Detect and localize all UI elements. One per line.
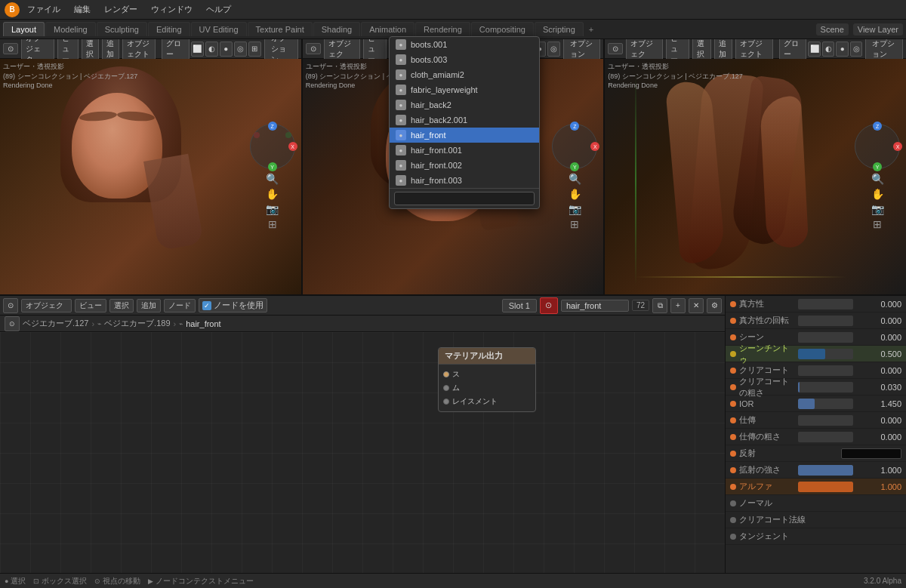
vp3-icon3[interactable]: ● bbox=[836, 42, 848, 57]
use-node-checkbox[interactable]: ✓ bbox=[202, 301, 211, 310]
vp1-grid-icon[interactable]: ⊞ bbox=[268, 219, 277, 229]
output-socket-3[interactable] bbox=[443, 399, 449, 405]
node-mode-btn[interactable]: オブジェク bbox=[21, 299, 72, 312]
prop-bar-8[interactable] bbox=[798, 415, 854, 426]
tab-scripting[interactable]: Scripting bbox=[535, 22, 584, 36]
prop-bar-3[interactable] bbox=[798, 332, 854, 343]
dropdown-item-5[interactable]: ● hair_back2 bbox=[390, 97, 539, 112]
vp3-grid-icon[interactable]: ⊞ bbox=[873, 219, 882, 229]
vp3-icon4[interactable]: ◎ bbox=[850, 42, 862, 57]
prop-bar-6[interactable] bbox=[798, 382, 854, 393]
vp1-mode-icon[interactable]: ⊙ bbox=[3, 43, 18, 54]
vp1-obj-btn[interactable]: オブジェクト bbox=[122, 39, 156, 61]
material-remove-btn[interactable]: ✕ bbox=[689, 298, 704, 313]
material-icon-btn[interactable]: ⊙ bbox=[540, 297, 558, 314]
tab-shading[interactable]: Shading bbox=[313, 22, 360, 36]
vp2-hand-icon[interactable]: ✋ bbox=[569, 189, 581, 199]
vp1-nav-x[interactable]: X bbox=[288, 142, 297, 151]
prop-bar-5[interactable] bbox=[798, 365, 854, 376]
vp3-select-btn[interactable]: 選択 bbox=[692, 39, 711, 61]
tab-layout[interactable]: Layout bbox=[3, 22, 45, 36]
dropdown-item-9[interactable]: ● hair_front.002 bbox=[390, 158, 539, 173]
node-add-btn[interactable]: 追加 bbox=[137, 299, 161, 312]
vp3-icon2[interactable]: ◐ bbox=[822, 42, 834, 57]
dropdown-item-4[interactable]: ● fabric_layerweight bbox=[390, 82, 539, 97]
add-workspace-button[interactable]: + bbox=[584, 23, 598, 35]
vp1-cam-icon[interactable]: 📷 bbox=[266, 204, 279, 214]
dropdown-item-10[interactable]: ● hair_front.003 bbox=[390, 173, 539, 188]
vp2-mode-icon[interactable]: ⊙ bbox=[306, 43, 321, 54]
vp1-icon2[interactable]: ◐ bbox=[205, 42, 218, 57]
vp3-hand-icon[interactable]: ✋ bbox=[871, 189, 884, 199]
scene-selector[interactable]: Scene bbox=[816, 23, 849, 35]
vp3-nav-circle[interactable]: X Y Z bbox=[855, 124, 900, 169]
use-node-checkbox-group[interactable]: ✓ ノードを使用 bbox=[199, 298, 267, 312]
vp3-options-btn[interactable]: オプション bbox=[865, 39, 903, 61]
vp1-hand-icon[interactable]: ✋ bbox=[266, 189, 279, 199]
vp1-nav-y[interactable]: Y bbox=[268, 162, 277, 171]
breadcrumb-home[interactable]: ⊙ bbox=[5, 316, 20, 331]
vp3-mode-icon[interactable]: ⊙ bbox=[608, 43, 623, 54]
menu-render[interactable]: レンダー bbox=[98, 2, 143, 17]
breadcrumb-item-2[interactable]: ベジエカーブ.189 bbox=[104, 318, 170, 329]
vp3-zoom-icon[interactable]: 🔍 bbox=[871, 174, 884, 184]
node-view-btn[interactable]: ビュー bbox=[75, 299, 106, 312]
vp1-icon1[interactable]: ⬜ bbox=[191, 42, 204, 57]
tab-compositing[interactable]: Compositing bbox=[471, 22, 534, 36]
tab-animation[interactable]: Animation bbox=[361, 22, 414, 36]
vp1-nav-circle[interactable]: X Y Z bbox=[250, 124, 295, 169]
dropdown-item-1[interactable]: ● boots.001 bbox=[390, 37, 539, 52]
node-editor-mode-icon[interactable]: ⊙ bbox=[3, 298, 18, 313]
vp2-nav-y[interactable]: Y bbox=[570, 162, 579, 171]
tab-modeling[interactable]: Modeling bbox=[45, 22, 96, 36]
menu-edit[interactable]: 編集 bbox=[68, 2, 97, 17]
slot-btn[interactable]: Slot 1 bbox=[502, 299, 537, 312]
vp2-grid-icon[interactable]: ⊞ bbox=[570, 219, 579, 229]
prop-color-swatch[interactable] bbox=[841, 448, 901, 459]
tab-sculpting[interactable]: Sculpting bbox=[97, 22, 147, 36]
dropdown-item-7[interactable]: ● hair_front bbox=[390, 128, 539, 143]
vp1-add-btn[interactable]: 追加 bbox=[102, 39, 119, 61]
material-new-btn[interactable]: + bbox=[670, 298, 686, 313]
vp3-nav-x[interactable]: X bbox=[893, 142, 902, 151]
vp2-mode-btn[interactable]: オブジェク bbox=[324, 39, 361, 61]
prop-bar-7[interactable] bbox=[798, 399, 854, 409]
vp1-glow-btn[interactable]: グロー bbox=[162, 39, 190, 61]
vp3-mode-btn[interactable]: オブジェク bbox=[626, 39, 663, 61]
output-socket-2[interactable] bbox=[443, 385, 449, 391]
view-layer-selector[interactable]: View Layer bbox=[853, 23, 903, 35]
vp1-nav-z[interactable]: Z bbox=[268, 122, 277, 131]
menu-help[interactable]: ヘルプ bbox=[200, 2, 237, 17]
vp3-nav-y[interactable]: Y bbox=[873, 162, 882, 171]
vp3-cam-icon[interactable]: 📷 bbox=[871, 204, 884, 214]
tab-texture-paint[interactable]: Texture Paint bbox=[248, 22, 313, 36]
node-node-btn[interactable]: ノード bbox=[164, 299, 196, 312]
vp2-nav-x[interactable]: X bbox=[590, 142, 599, 151]
material-extra-btn[interactable]: ⚙ bbox=[707, 298, 722, 313]
dropdown-item-6[interactable]: ● hair_back2.001 bbox=[390, 112, 539, 128]
vp3-obj-btn[interactable]: オブジェクト bbox=[735, 39, 773, 61]
dropdown-item-2[interactable]: ● boots.003 bbox=[390, 52, 539, 67]
vp1-zoom-icon[interactable]: 🔍 bbox=[266, 174, 279, 184]
node-select-btn[interactable]: 選択 bbox=[109, 299, 134, 312]
prop-bar-1[interactable] bbox=[798, 299, 854, 309]
material-name-field[interactable]: hair_front bbox=[561, 300, 629, 312]
dropdown-item-3[interactable]: ● cloth_amiami2 bbox=[390, 67, 539, 82]
vp3-add-btn[interactable]: 追加 bbox=[714, 39, 733, 61]
vp2-nav-z[interactable]: Z bbox=[570, 122, 579, 131]
node-canvas[interactable]: マテリアル出力 ス ム レイスメント bbox=[0, 332, 725, 588]
output-socket-1[interactable] bbox=[443, 371, 449, 377]
vp1-select-btn[interactable]: 選択 bbox=[82, 39, 99, 61]
prop-bar-4[interactable] bbox=[798, 349, 854, 359]
vp2-icon4[interactable]: ◎ bbox=[547, 42, 559, 57]
vp1-icon5[interactable]: ⊞ bbox=[248, 42, 261, 57]
vp1-icon4[interactable]: ◎ bbox=[234, 42, 247, 57]
blender-logo[interactable]: B bbox=[5, 2, 20, 17]
viewport-1[interactable]: ⊙ オブジェク ビュー 選択 追加 オブジェクト グロー ⬜ ◐ ● ◎ ⊞ オ… bbox=[0, 39, 303, 294]
vp3-icon1[interactable]: ⬜ bbox=[808, 42, 820, 57]
vp2-nav-circle[interactable]: X Y Z bbox=[552, 124, 597, 169]
breadcrumb-item-1[interactable]: ベジエカーブ.127 bbox=[23, 318, 88, 329]
tab-rendering[interactable]: Rendering bbox=[415, 22, 470, 36]
material-output-node[interactable]: マテリアル出力 ス ム レイスメント bbox=[438, 347, 536, 412]
prop-bar-12[interactable] bbox=[798, 482, 854, 492]
